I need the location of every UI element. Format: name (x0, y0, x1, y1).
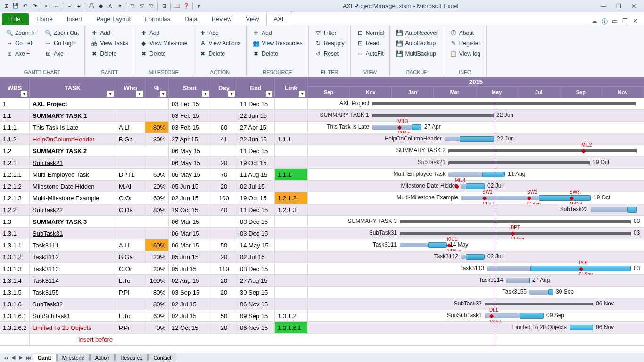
cell[interactable]: 80% (145, 122, 169, 133)
cell[interactable]: SUMMARY TASK 1 (30, 110, 116, 121)
cell[interactable] (275, 181, 308, 192)
cell[interactable]: 1.2.1.3 (0, 192, 30, 204)
cell[interactable]: 1.1.2 (0, 133, 30, 145)
cell[interactable] (275, 239, 308, 251)
cell[interactable]: 30 Sep 15 (237, 287, 275, 298)
summary-bar[interactable] (372, 114, 494, 117)
cell[interactable] (211, 228, 237, 239)
read-button[interactable]: ⊡Read (355, 39, 386, 48)
cell[interactable]: 03 Feb 15 (169, 98, 211, 109)
cell[interactable]: 1.1 (0, 110, 30, 121)
cell[interactable]: 60 (211, 122, 237, 133)
cell[interactable]: 20 (211, 322, 237, 333)
cell[interactable]: 19 Oct 15 (237, 157, 275, 168)
sheet-tab-gantt[interactable]: Gantt (33, 354, 57, 362)
cell[interactable]: 60% (145, 169, 169, 180)
cell[interactable] (211, 298, 237, 310)
cell[interactable]: 20 (211, 251, 237, 263)
cell[interactable]: 50 (211, 310, 237, 321)
filter-wbs[interactable]: ▾ (20, 90, 28, 97)
cell[interactable]: 12 Oct 15 (169, 322, 211, 333)
cell[interactable]: L.To (116, 310, 145, 321)
first-icon[interactable]: ⇤ (43, 2, 51, 10)
cell[interactable]: L.To (116, 275, 145, 286)
cell[interactable]: 05 Jun 15 (169, 251, 211, 263)
task-bar[interactable] (548, 289, 553, 295)
cell[interactable]: 70 (211, 169, 237, 180)
cell[interactable]: 1.3.1.2 (0, 251, 30, 263)
cell[interactable]: 22 Jun 15 (237, 110, 275, 121)
reset-button[interactable]: ↺Reset (313, 49, 347, 58)
table-row[interactable]: 1.3.1.6.1SubSubTask1L.To60%02 Jul 155009… (0, 310, 644, 322)
plus-icon[interactable]: + (74, 2, 83, 10)
autobackup-button[interactable]: 💾AutoBackup (394, 39, 439, 48)
autorecover-button[interactable]: 💾AutoRecover (394, 28, 439, 38)
action-add-button[interactable]: ✚Add (197, 28, 242, 38)
cell[interactable]: 14 May 15 (237, 239, 275, 251)
cell[interactable]: 1.3.1.6.1 (0, 310, 30, 321)
cell[interactable] (211, 145, 237, 156)
task-bar[interactable] (520, 313, 544, 319)
cell[interactable]: 19 Oct 15 (237, 192, 275, 204)
cell[interactable] (275, 298, 308, 310)
filter-end[interactable]: ▾ (265, 90, 273, 97)
cell[interactable]: B.Ga (116, 133, 145, 145)
cell[interactable]: 41 (211, 133, 237, 145)
cell[interactable]: 22 Jun 15 (237, 133, 275, 145)
cell[interactable]: 30% (145, 133, 169, 145)
resource-add-button[interactable]: ✚Add (250, 28, 304, 38)
cell[interactable]: 02 Aug 15 (169, 275, 211, 286)
sheet-nav-next-icon[interactable]: ▶ (17, 354, 25, 362)
redo-icon[interactable]: ↷ (30, 2, 39, 10)
cell[interactable]: SubTask21 (30, 157, 116, 168)
cell[interactable]: 1.3.1.5 (0, 287, 30, 298)
cell[interactable]: Task3114 (30, 275, 116, 286)
cell[interactable]: 1.2 (0, 145, 30, 156)
cell[interactable]: Task3111 (30, 239, 116, 251)
register-button[interactable]: ✎Register (448, 39, 482, 48)
cell[interactable]: Task3113 (30, 263, 116, 274)
cell[interactable]: 1.3.1.3 (0, 263, 30, 274)
cell[interactable]: 20% (145, 251, 169, 263)
cell[interactable]: G.Or (116, 192, 145, 204)
cell[interactable]: 1.2.2 (0, 204, 30, 215)
cell[interactable]: 30% (145, 263, 169, 274)
sheet-nav-prev-icon[interactable]: ◀ (9, 354, 17, 362)
help-icon[interactable]: ❓ (182, 2, 190, 10)
cell[interactable] (275, 228, 308, 239)
cell[interactable]: 60% (145, 310, 169, 321)
filter-start[interactable]: ▾ (202, 90, 209, 97)
zoom-out-button[interactable]: 🔍Zoom Out (42, 28, 81, 38)
cell[interactable] (145, 216, 169, 227)
cell[interactable]: 03 Dec 15 (237, 216, 275, 227)
cell[interactable]: 50 (211, 239, 237, 251)
cell[interactable]: 11 Dec 15 (237, 145, 275, 156)
cell[interactable] (211, 98, 237, 109)
cell[interactable]: 1.3.1.6.2 (0, 322, 30, 333)
tab-home[interactable]: Home (30, 13, 59, 25)
task-bar[interactable] (466, 183, 485, 189)
cell[interactable]: 20 (211, 287, 237, 298)
cell[interactable]: 1.2.1.1 (0, 169, 30, 180)
cell[interactable] (275, 157, 308, 168)
cell[interactable]: 11 Dec 15 (237, 204, 275, 215)
filter-pct[interactable]: ▾ (159, 90, 167, 97)
cell[interactable]: This Task Is Late (30, 122, 116, 133)
cell[interactable] (116, 98, 145, 109)
cell[interactable]: 06 Mar 15 (169, 239, 211, 251)
cell[interactable]: 110 (211, 263, 237, 274)
close-window-icon[interactable]: ✕ (633, 17, 640, 25)
cell[interactable]: A.Li (116, 239, 145, 251)
cell[interactable]: 1.3.1.2 (275, 310, 308, 321)
cell[interactable]: Limited To 20 Objects (30, 322, 116, 333)
multibackup-button[interactable]: 💾MultiBackup (394, 49, 439, 58)
cell[interactable]: 1.2.1.2 (0, 181, 30, 192)
cell[interactable]: 100% (145, 275, 169, 286)
table-row[interactable]: 1.2.2SubTask22C.Da80%19 Oct 154011 Dec 1… (0, 204, 644, 216)
cell[interactable]: 1.1.1 (275, 133, 308, 145)
axe-minus-button[interactable]: ⊞Axe - (42, 49, 81, 58)
cell[interactable]: 06 Mar 15 (169, 216, 211, 227)
cloud-icon[interactable]: ☁ (591, 17, 599, 25)
summary-bar[interactable] (400, 220, 631, 223)
filter-link[interactable]: ▾ (298, 90, 306, 97)
